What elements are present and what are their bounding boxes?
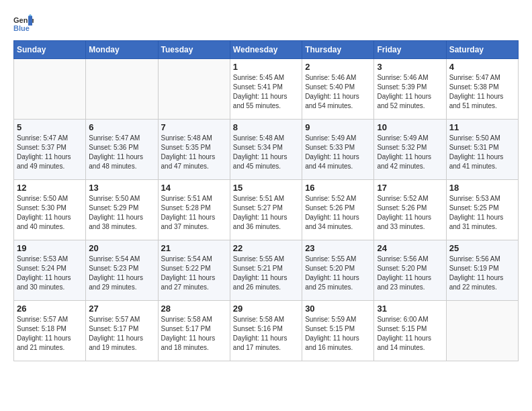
day-info: Sunrise: 5:50 AM Sunset: 5:29 PM Dayligh…: [89, 194, 154, 232]
day-info: Sunrise: 5:52 AM Sunset: 5:26 PM Dayligh…: [305, 194, 371, 232]
calendar-cell: 7Sunrise: 5:48 AM Sunset: 5:35 PM Daylig…: [158, 120, 230, 180]
day-number: 21: [161, 243, 227, 253]
day-number: 9: [305, 122, 371, 132]
calendar-cell: 25Sunrise: 5:56 AM Sunset: 5:19 PM Dayli…: [446, 240, 518, 301]
calendar-cell: 5Sunrise: 5:47 AM Sunset: 5:37 PM Daylig…: [14, 120, 86, 180]
calendar-cell: 28Sunrise: 5:58 AM Sunset: 5:17 PM Dayli…: [158, 301, 230, 361]
calendar-table: SundayMondayTuesdayWednesdayThursdayFrid…: [13, 40, 519, 361]
day-number: 15: [233, 183, 299, 193]
day-number: 24: [377, 243, 443, 253]
calendar-cell: 3Sunrise: 5:46 AM Sunset: 5:39 PM Daylig…: [374, 59, 446, 120]
day-info: Sunrise: 5:48 AM Sunset: 5:34 PM Dayligh…: [233, 134, 299, 171]
day-number: 16: [305, 183, 371, 193]
calendar-cell: 23Sunrise: 5:55 AM Sunset: 5:20 PM Dayli…: [302, 240, 374, 301]
day-info: Sunrise: 5:47 AM Sunset: 5:38 PM Dayligh…: [449, 73, 515, 111]
weekday-header-tuesday: Tuesday: [158, 41, 230, 59]
week-row-1: 5Sunrise: 5:47 AM Sunset: 5:37 PM Daylig…: [14, 120, 519, 180]
day-number: 12: [17, 183, 83, 193]
calendar-cell: 20Sunrise: 5:54 AM Sunset: 5:23 PM Dayli…: [86, 240, 158, 301]
week-row-2: 12Sunrise: 5:50 AM Sunset: 5:30 PM Dayli…: [14, 180, 519, 240]
day-number: 2: [305, 62, 371, 72]
day-info: Sunrise: 5:46 AM Sunset: 5:39 PM Dayligh…: [377, 73, 443, 111]
day-number: 13: [89, 183, 154, 193]
day-number: 27: [89, 304, 154, 314]
day-info: Sunrise: 5:48 AM Sunset: 5:35 PM Dayligh…: [161, 134, 227, 171]
calendar-cell: 10Sunrise: 5:49 AM Sunset: 5:32 PM Dayli…: [374, 120, 446, 180]
day-info: Sunrise: 5:47 AM Sunset: 5:37 PM Dayligh…: [17, 134, 83, 171]
calendar-cell: 18Sunrise: 5:53 AM Sunset: 5:25 PM Dayli…: [446, 180, 518, 240]
day-info: Sunrise: 5:47 AM Sunset: 5:36 PM Dayligh…: [89, 134, 154, 171]
calendar-cell: 9Sunrise: 5:49 AM Sunset: 5:33 PM Daylig…: [302, 120, 374, 180]
calendar-cell: 4Sunrise: 5:47 AM Sunset: 5:38 PM Daylig…: [446, 59, 518, 120]
logo-icon: General Blue: [13, 13, 34, 34]
weekday-header-row: SundayMondayTuesdayWednesdayThursdayFrid…: [14, 41, 519, 59]
calendar-cell: [446, 301, 518, 361]
day-info: Sunrise: 5:56 AM Sunset: 5:19 PM Dayligh…: [449, 255, 515, 292]
calendar-cell: 24Sunrise: 5:56 AM Sunset: 5:20 PM Dayli…: [374, 240, 446, 301]
day-number: 8: [233, 122, 299, 132]
day-number: 25: [449, 243, 515, 253]
calendar-cell: 30Sunrise: 5:59 AM Sunset: 5:15 PM Dayli…: [302, 301, 374, 361]
calendar-cell: 11Sunrise: 5:50 AM Sunset: 5:31 PM Dayli…: [446, 120, 518, 180]
day-info: Sunrise: 5:52 AM Sunset: 5:26 PM Dayligh…: [377, 194, 443, 232]
weekday-header-saturday: Saturday: [446, 41, 518, 59]
day-number: 30: [305, 304, 371, 314]
day-number: 3: [377, 62, 443, 72]
calendar-cell: 26Sunrise: 5:57 AM Sunset: 5:18 PM Dayli…: [14, 301, 86, 361]
day-info: Sunrise: 6:00 AM Sunset: 5:15 PM Dayligh…: [377, 315, 443, 353]
calendar-cell: 19Sunrise: 5:53 AM Sunset: 5:24 PM Dayli…: [14, 240, 86, 301]
day-info: Sunrise: 5:58 AM Sunset: 5:16 PM Dayligh…: [233, 315, 299, 353]
day-number: 17: [377, 183, 443, 193]
day-number: 22: [233, 243, 299, 253]
calendar-cell: 12Sunrise: 5:50 AM Sunset: 5:30 PM Dayli…: [14, 180, 86, 240]
day-info: Sunrise: 5:45 AM Sunset: 5:41 PM Dayligh…: [233, 73, 299, 111]
day-number: 18: [449, 183, 515, 193]
weekday-header-wednesday: Wednesday: [230, 41, 302, 59]
day-number: 1: [233, 62, 299, 72]
day-number: 23: [305, 243, 371, 253]
weekday-header-thursday: Thursday: [302, 41, 374, 59]
day-number: 4: [449, 62, 515, 72]
calendar-cell: 17Sunrise: 5:52 AM Sunset: 5:26 PM Dayli…: [374, 180, 446, 240]
day-number: 11: [449, 122, 515, 132]
week-row-0: 1Sunrise: 5:45 AM Sunset: 5:41 PM Daylig…: [14, 59, 519, 120]
day-info: Sunrise: 5:54 AM Sunset: 5:22 PM Dayligh…: [161, 255, 227, 292]
logo: General Blue: [13, 13, 34, 34]
day-number: 10: [377, 122, 443, 132]
day-info: Sunrise: 5:55 AM Sunset: 5:20 PM Dayligh…: [305, 255, 371, 292]
day-info: Sunrise: 5:54 AM Sunset: 5:23 PM Dayligh…: [89, 255, 154, 292]
calendar-cell: [158, 59, 230, 120]
day-number: 14: [161, 183, 227, 193]
svg-marker-3: [28, 14, 32, 16]
day-info: Sunrise: 5:51 AM Sunset: 5:28 PM Dayligh…: [161, 194, 227, 232]
weekday-header-sunday: Sunday: [14, 41, 86, 59]
week-row-3: 19Sunrise: 5:53 AM Sunset: 5:24 PM Dayli…: [14, 240, 519, 301]
day-number: 31: [377, 304, 443, 314]
day-number: 28: [161, 304, 227, 314]
weekday-header-friday: Friday: [374, 41, 446, 59]
day-info: Sunrise: 5:58 AM Sunset: 5:17 PM Dayligh…: [161, 315, 227, 353]
calendar-cell: 13Sunrise: 5:50 AM Sunset: 5:29 PM Dayli…: [86, 180, 158, 240]
day-info: Sunrise: 5:46 AM Sunset: 5:40 PM Dayligh…: [305, 73, 371, 111]
calendar-cell: [86, 59, 158, 120]
day-info: Sunrise: 5:57 AM Sunset: 5:17 PM Dayligh…: [89, 315, 154, 353]
day-info: Sunrise: 5:50 AM Sunset: 5:31 PM Dayligh…: [449, 134, 515, 171]
day-info: Sunrise: 5:49 AM Sunset: 5:32 PM Dayligh…: [377, 134, 443, 171]
svg-text:Blue: Blue: [13, 24, 30, 32]
calendar-cell: 31Sunrise: 6:00 AM Sunset: 5:15 PM Dayli…: [374, 301, 446, 361]
day-number: 29: [233, 304, 299, 314]
calendar-cell: 14Sunrise: 5:51 AM Sunset: 5:28 PM Dayli…: [158, 180, 230, 240]
day-number: 19: [17, 243, 83, 253]
calendar-cell: 29Sunrise: 5:58 AM Sunset: 5:16 PM Dayli…: [230, 301, 302, 361]
calendar-cell: 21Sunrise: 5:54 AM Sunset: 5:22 PM Dayli…: [158, 240, 230, 301]
day-info: Sunrise: 5:56 AM Sunset: 5:20 PM Dayligh…: [377, 255, 443, 292]
day-number: 5: [17, 122, 83, 132]
day-info: Sunrise: 5:55 AM Sunset: 5:21 PM Dayligh…: [233, 255, 299, 292]
page-header: General Blue: [13, 13, 519, 34]
calendar-cell: 15Sunrise: 5:51 AM Sunset: 5:27 PM Dayli…: [230, 180, 302, 240]
day-info: Sunrise: 5:57 AM Sunset: 5:18 PM Dayligh…: [17, 315, 83, 353]
day-info: Sunrise: 5:50 AM Sunset: 5:30 PM Dayligh…: [17, 194, 83, 232]
day-number: 6: [89, 122, 154, 132]
calendar-cell: [14, 59, 86, 120]
day-number: 26: [17, 304, 83, 314]
